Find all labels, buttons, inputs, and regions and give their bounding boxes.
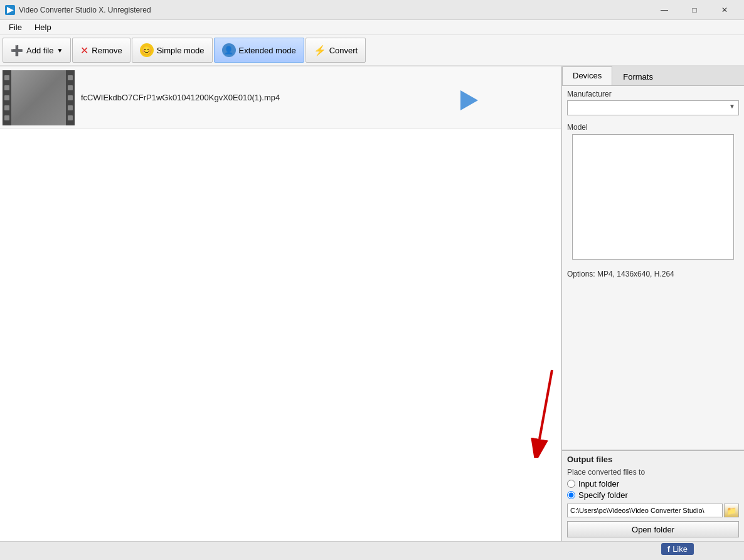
folder-path-input[interactable] — [567, 504, 723, 517]
radio-specify-folder-label: Specify folder — [578, 490, 628, 500]
add-file-dropdown-icon: ▼ — [56, 47, 63, 54]
open-folder-button[interactable]: Open folder — [567, 521, 739, 537]
film-hole — [4, 85, 9, 90]
extended-mode-button[interactable]: 👤 Extended mode — [214, 38, 304, 63]
tab-devices[interactable]: Devices — [562, 66, 612, 85]
folder-icon: 📁 — [726, 506, 736, 515]
output-title: Output files — [567, 455, 739, 464]
close-button[interactable]: ✕ — [710, 0, 739, 20]
spacer — [562, 282, 744, 450]
tabs: Devices Formats — [562, 66, 744, 86]
folder-input-row: 📁 — [567, 504, 739, 517]
film-hole — [4, 95, 9, 100]
file-panel: fcCWIEkdbO7CFrP1wGk01041200KgvX0E010(1).… — [0, 66, 562, 541]
radio-specify-folder[interactable]: Specify folder — [567, 490, 739, 500]
model-label: Model — [567, 123, 739, 132]
menu-help[interactable]: Help — [28, 21, 58, 33]
remove-button[interactable]: ✕ Remove — [72, 38, 130, 63]
radio-input-folder[interactable]: Input folder — [567, 479, 739, 489]
convert-label: Convert — [329, 46, 358, 55]
bottom-bar: f Like — [0, 541, 744, 560]
browse-folder-button[interactable]: 📁 — [724, 504, 739, 517]
arrow-container — [460, 90, 486, 110]
fb-like-button[interactable]: f Like — [661, 543, 694, 555]
add-file-button[interactable]: ➕ Add file ▼ — [3, 38, 71, 63]
radio-input-folder-label: Input folder — [578, 479, 619, 489]
manufacturer-select-wrapper — [567, 100, 739, 115]
file-thumbnail — [3, 70, 75, 125]
output-section: Output files Place converted files to In… — [562, 450, 744, 541]
simple-mode-icon: 😊 — [140, 43, 154, 57]
model-list[interactable] — [572, 134, 734, 260]
simple-mode-label: Simple mode — [157, 46, 205, 55]
extended-mode-label: Extended mode — [239, 46, 296, 55]
film-hole — [4, 75, 9, 80]
menu-bar: File Help — [0, 20, 744, 35]
radio-group: Input folder Specify folder — [567, 479, 739, 500]
simple-mode-button[interactable]: 😊 Simple mode — [132, 38, 213, 63]
window-controls: — □ ✕ — [650, 0, 739, 20]
film-holes-left — [3, 70, 11, 125]
film-hole — [68, 85, 73, 90]
extended-mode-icon: 👤 — [222, 43, 236, 57]
toolbar: ➕ Add file ▼ ✕ Remove 😊 Simple mode 👤 Ex… — [0, 35, 744, 66]
model-section: Model — [562, 119, 744, 266]
radio-input-folder-input[interactable] — [567, 480, 575, 488]
app-icon: ▶ — [5, 5, 15, 15]
convert-icon: ⚡ — [314, 45, 326, 56]
maximize-button[interactable]: □ — [680, 0, 709, 20]
output-subtitle: Place converted files to — [567, 468, 739, 477]
fb-icon: f — [667, 544, 670, 554]
title-bar: ▶ Video Converter Studio X. Unregistered… — [0, 0, 744, 20]
film-hole — [4, 105, 9, 110]
manufacturer-select[interactable] — [567, 100, 739, 115]
app-title: Video Converter Studio X. Unregistered — [19, 6, 650, 14]
format-arrow-icon — [460, 90, 486, 110]
fb-like-label: Like — [672, 544, 688, 554]
manufacturer-section: Manufacturer — [562, 86, 744, 119]
right-panel: Devices Formats Manufacturer Model Optio… — [562, 66, 744, 541]
film-hole — [68, 115, 73, 120]
radio-specify-folder-input[interactable] — [567, 491, 575, 499]
film-hole — [68, 105, 73, 110]
main-content: fcCWIEkdbO7CFrP1wGk01041200KgvX0E010(1).… — [0, 66, 744, 541]
menu-file[interactable]: File — [3, 21, 28, 33]
file-name: fcCWIEkdbO7CFrP1wGk01041200KgvX0E010(1).… — [81, 93, 280, 102]
film-hole — [4, 115, 9, 120]
remove-label: Remove — [92, 46, 122, 55]
film-content — [11, 70, 66, 125]
remove-icon: ✕ — [80, 45, 88, 56]
manufacturer-label: Manufacturer — [567, 90, 739, 98]
convert-button[interactable]: ⚡ Convert — [306, 38, 366, 63]
add-file-label: Add file — [26, 46, 53, 55]
tab-formats[interactable]: Formats — [612, 68, 664, 85]
add-file-icon: ➕ — [11, 45, 23, 56]
film-hole — [68, 95, 73, 100]
film-holes-right — [66, 70, 75, 125]
minimize-button[interactable]: — — [650, 0, 679, 20]
film-hole — [68, 75, 73, 80]
options-text: Options: MP4, 1436x640, H.264 — [562, 266, 744, 282]
